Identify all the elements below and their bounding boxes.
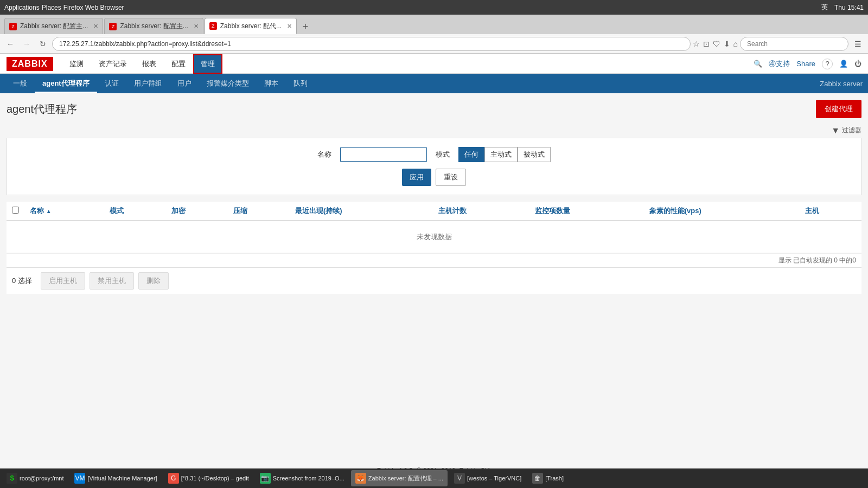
taskbar-vm[interactable]: VM [Virtual Machine Manager] (70, 470, 161, 485)
nav-admin[interactable]: 管理 (193, 54, 222, 74)
th-name[interactable]: 名称 ▲ (24, 202, 104, 221)
page-title: agent代理程序 (7, 102, 77, 117)
screenshot-icon: 📷 (260, 473, 271, 484)
taskbar-firefox[interactable]: 🦊 Zabbix server: 配置代理 – ... (351, 470, 448, 485)
trash-icon: 🗑 (532, 473, 543, 484)
new-tab-button[interactable]: + (298, 19, 313, 34)
taskbar-terminal[interactable]: $ root@proxy:/mnt (2, 470, 68, 485)
taskbar-screenshot-label: Screenshot from 2019–O... (273, 475, 344, 481)
os-topbar-right: 英 Thu 15:41 (821, 3, 864, 12)
th-item-count[interactable]: 监控项数量 (529, 202, 643, 221)
filter-mode-label: 模式 (436, 150, 450, 159)
zabbix-subnav: 一般 agent代理程序 认证 用户群组 用户 报警媒介类型 脚本 队列 Zab… (0, 74, 868, 93)
mode-any-button[interactable]: 任何 (458, 147, 484, 162)
create-proxy-button[interactable]: 创建代理 (816, 100, 861, 118)
tab-close-1[interactable]: ✕ (93, 23, 98, 30)
nav-asset[interactable]: 资产记录 (91, 54, 135, 74)
clock: Thu 15:41 (834, 4, 864, 11)
no-data-cell: 未发现数据 (7, 221, 861, 253)
taskbar-trash[interactable]: 🗑 [Trash] (528, 470, 568, 485)
taskbar-screenshot[interactable]: 📷 Screenshot from 2019–O... (256, 470, 349, 485)
help-icon[interactable]: ? (822, 59, 833, 69)
subnav-agent-proxy[interactable]: agent代理程序 (35, 74, 97, 93)
filter-label: 过滤器 (842, 126, 861, 136)
subnav-usergroups[interactable]: 用户群组 (126, 74, 170, 93)
taskbar-gedit[interactable]: G [*8.31 (~/Desktop) – gedit (164, 470, 253, 485)
th-host[interactable]: 主机 (800, 202, 861, 221)
applications-menu[interactable]: Applications (4, 4, 40, 11)
selected-count-label: 0 选择 (12, 276, 32, 286)
th-compression[interactable]: 压缩 (228, 202, 290, 221)
menu-button[interactable]: ☰ (851, 37, 865, 51)
th-last-seen[interactable]: 最近出现(持续) (290, 202, 433, 221)
nav-config[interactable]: 配置 (164, 54, 193, 74)
lang-indicator: 英 (821, 3, 828, 12)
tab-close-3[interactable]: ✕ (287, 23, 292, 30)
subnav-server-name: Zabbix server (820, 80, 863, 88)
search-input[interactable] (740, 37, 848, 51)
zabbix-topnav: ZABBIX 监测 资产记录 报表 配置 管理 🔍 ④支持 Share ? 👤 … (0, 54, 868, 74)
sort-arrow-icon: ▲ (46, 208, 52, 214)
enable-hosts-button[interactable]: 启用主机 (41, 272, 85, 290)
home-icon[interactable]: ⌂ (733, 40, 738, 48)
download-icon[interactable]: ⬇ (724, 40, 730, 48)
user-icon[interactable]: 👤 (839, 60, 848, 68)
mode-passive-button[interactable]: 被动式 (518, 147, 551, 162)
browser-tab-3[interactable]: Z Zabbix server: 配代... ✕ (205, 18, 297, 34)
disable-hosts-button[interactable]: 禁用主机 (90, 272, 134, 290)
reload-button[interactable]: ↻ (36, 37, 50, 51)
url-bar[interactable] (52, 37, 691, 51)
address-bar: ← → ↻ ☆ ⊡ 🛡 ⬇ ⌂ ☰ (0, 34, 868, 54)
table-body: 未发现数据 (7, 221, 861, 253)
filter-toggle-icon[interactable]: ▼ (831, 126, 840, 136)
th-mode[interactable]: 模式 (104, 202, 166, 221)
zabbix-logo: ZABBIX (7, 57, 53, 71)
vm-icon: VM (74, 473, 85, 484)
delete-button[interactable]: 删除 (138, 272, 169, 290)
subnav-users[interactable]: 用户 (170, 74, 199, 93)
subnav-scripts[interactable]: 脚本 (257, 74, 286, 93)
power-icon[interactable]: ⏻ (854, 60, 861, 68)
places-menu[interactable]: Places (42, 4, 61, 11)
bottom-bar: 0 选择 启用主机 禁用主机 删除 (7, 267, 861, 294)
th-encryption[interactable]: 加密 (166, 202, 228, 221)
nav-monitor[interactable]: 监测 (62, 54, 91, 74)
search-icon[interactable]: 🔍 (754, 60, 762, 68)
filter-section: 名称 模式 任何 主动式 被动式 应用 重设 (7, 138, 861, 195)
tab-close-2[interactable]: ✕ (194, 23, 199, 30)
filter-name-input[interactable] (340, 147, 427, 162)
zabbix-topnav-right: 🔍 ④支持 Share ? 👤 ⏻ (754, 59, 861, 69)
th-vps[interactable]: 象素的性能(vps) (644, 202, 800, 221)
forward-button[interactable]: → (20, 37, 34, 51)
tab-favicon-1: Z (9, 23, 17, 30)
subnav-alertmedia[interactable]: 报警媒介类型 (199, 74, 257, 93)
browser-tab-1[interactable]: Z Zabbix server: 配置主... ✕ (4, 18, 103, 34)
filter-apply-button[interactable]: 应用 (402, 169, 431, 186)
th-host-count[interactable]: 主机计数 (433, 202, 529, 221)
subnav-queue[interactable]: 队列 (286, 74, 315, 93)
share-btn[interactable]: Share (796, 60, 815, 68)
mode-active-button[interactable]: 主动式 (484, 147, 518, 162)
support-link[interactable]: ④支持 (769, 59, 790, 69)
select-all-checkbox[interactable] (12, 207, 19, 214)
address-bar-icons: ☆ ⊡ 🛡 ⬇ ⌂ (693, 40, 738, 48)
bookmark-star-icon[interactable]: ☆ (693, 40, 700, 48)
shield-icon[interactable]: 🛡 (713, 40, 720, 48)
os-topbar: Applications Places Firefox Web Browser … (0, 0, 868, 15)
gedit-icon: G (168, 473, 179, 484)
firefox-menu[interactable]: Firefox Web Browser (63, 4, 124, 11)
subnav-auth[interactable]: 认证 (97, 74, 126, 93)
browser-tab-2[interactable]: Z Zabbix server: 配置主... ✕ (104, 18, 203, 34)
th-name-label: 名称 (30, 207, 44, 215)
page-area: agent代理程序 创建代理 ▼ 过滤器 名称 模式 任何 主动式 被动式 (0, 93, 868, 456)
no-data-row: 未发现数据 (7, 221, 861, 253)
filter-reset-button[interactable]: 重设 (436, 169, 466, 186)
back-button[interactable]: ← (3, 37, 17, 51)
nav-report[interactable]: 报表 (135, 54, 164, 74)
filter-buttons: 应用 重设 (16, 169, 852, 186)
subnav-general[interactable]: 一般 (5, 74, 35, 93)
tab-bar: Z Zabbix server: 配置主... ✕ Z Zabbix serve… (0, 15, 868, 34)
tab-favicon-3: Z (209, 22, 217, 30)
reader-icon[interactable]: ⊡ (703, 40, 710, 48)
taskbar-vnc[interactable]: V [westos – TigerVNC] (450, 470, 526, 485)
